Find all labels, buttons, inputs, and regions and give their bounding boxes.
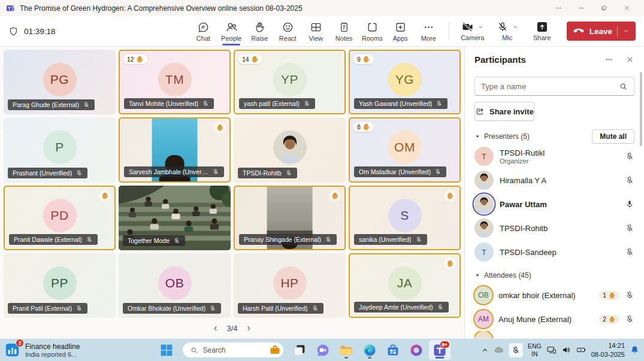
presenter-row[interactable]: TTPSDI-RutiklOrganizer	[474, 144, 634, 168]
presenter-row[interactable]: Pawar Uttam	[474, 192, 634, 216]
clock[interactable]: 14:21 08-03-2025	[591, 341, 625, 359]
mic-off-icon[interactable]	[625, 314, 634, 324]
attendees-section-header[interactable]: Attendees (45)	[474, 268, 634, 283]
taskbar-file-explorer-button[interactable]	[335, 340, 357, 360]
onedrive-cloud-icon[interactable]	[494, 345, 504, 355]
mic-off-icon[interactable]	[625, 247, 634, 257]
toolbar-button-apps[interactable]: Apps	[386, 16, 415, 46]
panel-close-button[interactable]	[625, 55, 634, 64]
participant-name: Together Mode	[128, 237, 170, 244]
mic-off-icon[interactable]	[625, 223, 634, 233]
video-tile[interactable]: PPPranit Patil (External)	[4, 253, 116, 318]
participant-name: TPSDI-Rohitb	[243, 169, 282, 177]
taskbar-teams-button[interactable]: 9+	[429, 340, 451, 360]
raised-hand-badge: 8	[353, 122, 374, 132]
video-tile[interactable]: YG9Yash Gawand (Unverified)	[349, 50, 461, 114]
toolbar-button-rooms[interactable]: Rooms	[358, 16, 386, 46]
video-tile[interactable]: PDPranit Dawale (External)	[4, 186, 116, 250]
video-tile[interactable]: HPHarsh Patil (Unverified)	[234, 253, 346, 318]
taskbar-search[interactable]: Search	[182, 342, 284, 358]
video-tile[interactable]: OBOmkar Bhokate (Unverified)	[119, 253, 231, 318]
participant-search[interactable]	[474, 77, 634, 96]
grid-pagination: 3/4	[0, 318, 464, 338]
taskbar-edge-button[interactable]	[359, 340, 380, 360]
video-tile[interactable]: Pranay Shingade (External)	[234, 186, 346, 250]
taskbar-store-button[interactable]	[382, 340, 404, 360]
battery-icon[interactable]	[576, 345, 586, 355]
toolbar-button-share[interactable]: Share	[525, 16, 560, 46]
video-tile[interactable]: JAJaydeep Amte (Unverified)	[349, 253, 461, 318]
tray-chevron-up-icon[interactable]	[481, 346, 489, 354]
widgets-button[interactable]: 3 Finance headline India reported 6...	[5, 342, 80, 358]
volume-icon[interactable]	[561, 345, 572, 355]
mic-off-icon	[75, 169, 83, 177]
video-tile[interactable]: Together Mode	[119, 186, 231, 250]
participant-search-input[interactable]	[481, 82, 619, 91]
toolbar-button-view[interactable]: View	[302, 16, 330, 46]
video-tile[interactable]: TM12Tanvi Mohite (Unverified)	[119, 50, 231, 114]
maximize-button[interactable]	[592, 0, 615, 16]
taskbar-task-view-button[interactable]	[289, 340, 310, 360]
presenters-section-header[interactable]: Presenters (5) Mute all	[474, 129, 634, 144]
toolbar-label: Chat	[196, 35, 210, 42]
hand-icon	[608, 316, 616, 323]
presenter-row[interactable]: TTPSDI-Sandeep	[474, 240, 634, 264]
participant-name: Parag Ghude (External)	[13, 101, 79, 108]
presenter-row[interactable]: TPSDI-Rohitb	[474, 216, 634, 240]
participant-avatar: PG	[43, 63, 77, 96]
mic-off-icon[interactable]	[625, 290, 634, 300]
video-tile[interactable]: PPrashant (Unverified)	[4, 117, 116, 182]
minimize-button[interactable]	[570, 0, 592, 16]
panel-more-button[interactable]	[604, 55, 613, 64]
toolbar-button-chat[interactable]: Chat	[189, 16, 217, 46]
window-more-button[interactable]	[547, 0, 570, 16]
chevron-down-icon[interactable]	[477, 24, 484, 31]
mic-off-icon	[312, 305, 319, 312]
chevron-down-icon[interactable]	[512, 24, 519, 31]
taskbar-office-button[interactable]	[406, 340, 427, 360]
video-tile[interactable]: Ssanika (Unverified)	[349, 186, 461, 250]
toolbar-button-mic[interactable]: Mic	[490, 16, 525, 46]
toolbar-button-react[interactable]: React	[274, 16, 302, 46]
search-icon[interactable]	[619, 82, 628, 91]
toolbar-button-people[interactable]: People	[217, 16, 246, 46]
taskbar-teams-chat-button[interactable]	[312, 340, 334, 360]
toolbar-button-raise[interactable]: Raise	[246, 16, 274, 46]
mic-off-icon[interactable]	[625, 175, 634, 185]
caret-down-icon[interactable]	[474, 272, 480, 278]
video-tile[interactable]: PGParag Ghude (External)	[4, 50, 116, 114]
mute-all-button[interactable]: Mute all	[592, 129, 634, 144]
participant-avatar: YP	[273, 63, 307, 96]
taskbar-badge: 9+	[440, 341, 450, 348]
participant-avatar: PP	[43, 266, 77, 300]
network-icon[interactable]	[546, 345, 557, 355]
presenter-row[interactable]: Hiramalla Y A	[474, 168, 634, 192]
share-invite-button[interactable]: Share invite	[474, 102, 534, 121]
mic-off-icon[interactable]	[625, 151, 634, 161]
video-tile[interactable]: TPSDI-Rohitb	[234, 117, 346, 182]
next-page-button[interactable]	[245, 324, 253, 332]
participant-name: TPSDI-Rutikl	[500, 148, 545, 157]
participant-nameplate: Tanvi Mohite (Unverified)	[124, 98, 214, 109]
mic-on-icon[interactable]	[625, 199, 634, 209]
tray-mic-muted-icon[interactable]	[509, 343, 523, 357]
panel-scrollbar[interactable]	[640, 72, 642, 146]
start-button[interactable]	[156, 340, 177, 360]
chevron-down-icon[interactable]	[622, 28, 630, 35]
toolbar-button-camera[interactable]: Camera	[455, 16, 490, 46]
previous-page-button[interactable]	[211, 324, 219, 332]
apps-icon	[394, 21, 407, 34]
language-indicator[interactable]: ENG IN	[528, 342, 542, 357]
leave-button[interactable]: Leave	[567, 22, 636, 41]
notification-bell-icon[interactable]	[630, 345, 640, 355]
caret-down-icon[interactable]	[474, 134, 480, 139]
video-tile[interactable]: OM8Om Maladkar (Unverified)	[349, 117, 461, 182]
close-button[interactable]	[615, 0, 638, 16]
video-tile[interactable]: Sarvesh Jambhale (Unverified)	[119, 117, 231, 182]
toolbar-button-more[interactable]: More	[415, 16, 443, 46]
attendee-row[interactable]: OBomkar bhoir (External)1	[474, 283, 634, 307]
video-tile[interactable]: YP14yash patil (External)	[234, 50, 346, 114]
toolbar-button-notes[interactable]: Notes	[330, 16, 358, 46]
attendee-row[interactable]: AMAnuj Mune (External)2	[474, 307, 634, 331]
person-photo-icon	[474, 219, 494, 238]
